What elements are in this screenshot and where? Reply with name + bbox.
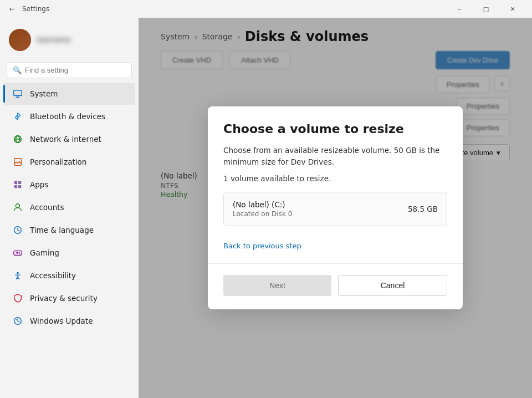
nav-item-bluetooth[interactable]: Bluetooth & devices — [3, 105, 135, 127]
nav-label-privacy: Privacy & security — [30, 294, 98, 303]
nav-label-gaming: Gaming — [30, 248, 59, 257]
volume-option[interactable]: (No label) (C:) Located on Disk 0 58.5 G… — [223, 192, 447, 226]
windows-update-icon — [12, 315, 23, 326]
svg-rect-3 — [14, 181, 17, 184]
content-area: System › Storage › Disks & volumes Creat… — [139, 18, 532, 398]
dialog-footer: Next Cancel — [223, 275, 447, 296]
nav-label-accessibility: Accessibility — [30, 271, 76, 280]
svg-rect-5 — [14, 185, 17, 188]
next-button[interactable]: Next — [223, 275, 331, 296]
window-controls: ─ □ ✕ — [447, 0, 525, 18]
nav-item-accounts[interactable]: Accounts — [3, 196, 135, 218]
nav-item-windows-update[interactable]: Windows Update — [3, 310, 135, 332]
svg-rect-0 — [14, 90, 22, 96]
nav-label-bluetooth: Bluetooth & devices — [30, 112, 105, 121]
back-button[interactable]: ← — [7, 3, 18, 14]
apps-icon — [12, 179, 23, 190]
volume-location: Located on Disk 0 — [233, 210, 292, 218]
dialog-separator — [208, 263, 463, 264]
volume-name: (No label) (C:) — [233, 200, 292, 209]
cancel-button[interactable]: Cancel — [338, 275, 447, 296]
nav-item-personalization[interactable]: Personalization — [3, 151, 135, 173]
app-layout: Username 🔍 System Bluetooth & devices Ne… — [0, 18, 532, 398]
profile-section: Username — [0, 22, 139, 60]
profile-name: Username — [37, 36, 70, 44]
nav-item-accessibility[interactable]: Accessibility — [3, 264, 135, 287]
dialog: Choose a volume to resize Choose from an… — [208, 106, 463, 309]
nav-item-system[interactable]: System — [3, 83, 135, 105]
privacy-icon — [12, 293, 23, 304]
svg-point-10 — [17, 272, 19, 274]
nav-label-personalization: Personalization — [30, 157, 86, 166]
nav-label-apps: Apps — [30, 180, 48, 189]
search-input[interactable] — [25, 66, 126, 74]
back-to-previous-link[interactable]: Back to previous step — [223, 242, 301, 250]
search-box[interactable]: 🔍 — [7, 62, 132, 78]
system-icon — [12, 88, 23, 99]
nav-label-system: System — [30, 89, 58, 98]
gaming-icon — [12, 247, 23, 258]
nav-label-time: Time & language — [30, 226, 94, 234]
nav-label-network: Network & internet — [30, 135, 101, 144]
dialog-overlay: Choose a volume to resize Choose from an… — [139, 18, 532, 398]
accounts-icon — [12, 202, 23, 213]
search-icon: 🔍 — [13, 66, 22, 74]
time-icon — [12, 224, 23, 236]
bluetooth-icon — [12, 111, 23, 122]
nav-item-gaming[interactable]: Gaming — [3, 242, 135, 264]
close-button[interactable]: ✕ — [500, 0, 525, 18]
personalization-icon — [12, 156, 23, 167]
nav-label-windows-update: Windows Update — [30, 317, 93, 325]
svg-point-7 — [16, 204, 19, 208]
volume-size: 58.5 GB — [408, 205, 438, 213]
nav-item-time[interactable]: Time & language — [3, 219, 135, 241]
nav-item-apps[interactable]: Apps — [3, 174, 135, 196]
nav-item-network[interactable]: Network & internet — [3, 128, 135, 150]
dialog-volume-count: 1 volume available to resize. — [223, 174, 447, 183]
dialog-title: Choose a volume to resize — [223, 122, 447, 136]
dialog-description: Choose from an available resizeable volu… — [223, 145, 447, 167]
svg-rect-6 — [18, 185, 21, 188]
svg-rect-2 — [14, 159, 22, 166]
volume-option-info: (No label) (C:) Located on Disk 0 — [233, 200, 292, 218]
minimize-button[interactable]: ─ — [447, 0, 472, 18]
nav-item-privacy[interactable]: Privacy & security — [3, 287, 135, 309]
svg-rect-4 — [18, 181, 21, 184]
app-title: Settings — [22, 5, 49, 13]
sidebar: Username 🔍 System Bluetooth & devices Ne… — [0, 18, 139, 398]
nav-label-accounts: Accounts — [30, 203, 64, 212]
network-icon — [12, 134, 23, 145]
title-bar: ← Settings ─ □ ✕ — [0, 0, 532, 18]
avatar — [9, 29, 31, 51]
accessibility-icon — [12, 270, 23, 281]
maximize-button[interactable]: □ — [473, 0, 499, 18]
